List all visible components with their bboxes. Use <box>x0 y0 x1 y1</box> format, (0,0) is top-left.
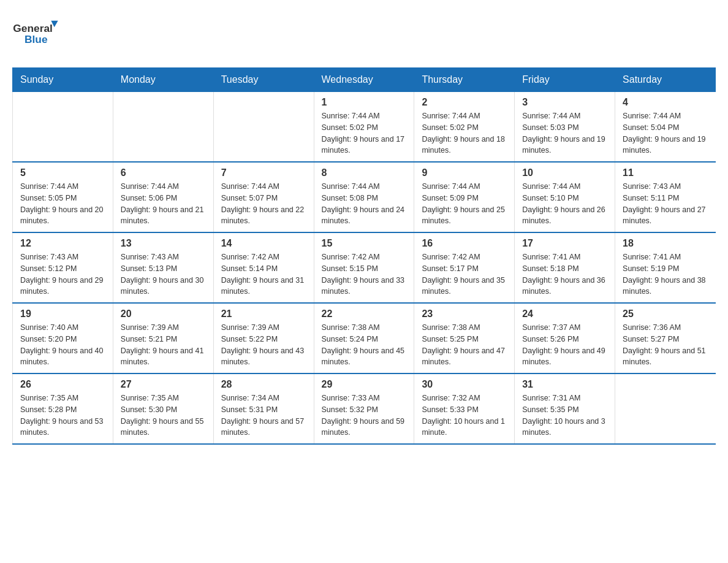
calendar-cell: 20Sunrise: 7:39 AMSunset: 5:21 PMDayligh… <box>113 303 213 373</box>
calendar-body: 1Sunrise: 7:44 AMSunset: 5:02 PMDaylight… <box>13 92 716 445</box>
calendar-week-row: 26Sunrise: 7:35 AMSunset: 5:28 PMDayligh… <box>13 373 716 444</box>
calendar-cell: 15Sunrise: 7:42 AMSunset: 5:15 PMDayligh… <box>314 232 414 303</box>
calendar-week-row: 1Sunrise: 7:44 AMSunset: 5:02 PMDaylight… <box>13 92 716 163</box>
day-info: Sunrise: 7:44 AMSunset: 5:02 PMDaylight:… <box>422 110 507 156</box>
day-info: Sunrise: 7:35 AMSunset: 5:30 PMDaylight:… <box>121 393 206 439</box>
day-info: Sunrise: 7:32 AMSunset: 5:33 PMDaylight:… <box>422 393 507 439</box>
calendar-cell: 7Sunrise: 7:44 AMSunset: 5:07 PMDaylight… <box>213 162 314 232</box>
calendar-cell: 9Sunrise: 7:44 AMSunset: 5:09 PMDaylight… <box>414 162 515 232</box>
day-number: 5 <box>20 167 105 178</box>
day-of-week-header: Friday <box>515 68 615 92</box>
calendar-cell: 29Sunrise: 7:33 AMSunset: 5:32 PMDayligh… <box>314 373 414 444</box>
day-info: Sunrise: 7:44 AMSunset: 5:02 PMDaylight:… <box>322 110 407 156</box>
calendar-cell <box>615 373 716 444</box>
day-info: Sunrise: 7:36 AMSunset: 5:27 PMDaylight:… <box>623 322 708 368</box>
calendar-cell: 23Sunrise: 7:38 AMSunset: 5:25 PMDayligh… <box>414 303 515 373</box>
day-info: Sunrise: 7:42 AMSunset: 5:17 PMDaylight:… <box>422 251 507 297</box>
logo: General Blue <box>12 12 61 55</box>
svg-text:Blue: Blue <box>25 33 48 45</box>
day-info: Sunrise: 7:44 AMSunset: 5:10 PMDaylight:… <box>522 181 607 227</box>
calendar-cell: 18Sunrise: 7:41 AMSunset: 5:19 PMDayligh… <box>615 232 716 303</box>
calendar-cell: 24Sunrise: 7:37 AMSunset: 5:26 PMDayligh… <box>515 303 615 373</box>
calendar-cell: 25Sunrise: 7:36 AMSunset: 5:27 PMDayligh… <box>615 303 716 373</box>
calendar-cell: 26Sunrise: 7:35 AMSunset: 5:28 PMDayligh… <box>13 373 113 444</box>
day-of-week-header: Thursday <box>414 68 515 92</box>
day-number: 18 <box>623 238 708 249</box>
day-number: 29 <box>322 379 407 390</box>
day-number: 22 <box>322 308 407 320</box>
day-info: Sunrise: 7:44 AMSunset: 5:09 PMDaylight:… <box>422 181 507 227</box>
day-number: 12 <box>20 238 105 249</box>
calendar-cell: 4Sunrise: 7:44 AMSunset: 5:04 PMDaylight… <box>615 92 716 163</box>
day-number: 21 <box>221 308 306 320</box>
day-info: Sunrise: 7:41 AMSunset: 5:18 PMDaylight:… <box>522 251 607 297</box>
calendar-cell: 22Sunrise: 7:38 AMSunset: 5:24 PMDayligh… <box>314 303 414 373</box>
day-info: Sunrise: 7:42 AMSunset: 5:14 PMDaylight:… <box>221 251 306 297</box>
day-number: 11 <box>623 167 708 178</box>
calendar-cell: 14Sunrise: 7:42 AMSunset: 5:14 PMDayligh… <box>213 232 314 303</box>
calendar-cell: 11Sunrise: 7:43 AMSunset: 5:11 PMDayligh… <box>615 162 716 232</box>
day-of-week-header: Wednesday <box>314 68 414 92</box>
calendar-cell <box>113 92 213 163</box>
day-info: Sunrise: 7:40 AMSunset: 5:20 PMDaylight:… <box>20 322 105 368</box>
day-of-week-header: Monday <box>113 68 213 92</box>
day-number: 1 <box>322 97 407 108</box>
day-number: 30 <box>422 379 507 390</box>
calendar-cell: 31Sunrise: 7:31 AMSunset: 5:35 PMDayligh… <box>515 373 615 444</box>
day-number: 14 <box>221 238 306 249</box>
day-info: Sunrise: 7:41 AMSunset: 5:19 PMDaylight:… <box>623 251 708 297</box>
day-of-week-header: Tuesday <box>213 68 314 92</box>
day-info: Sunrise: 7:37 AMSunset: 5:26 PMDaylight:… <box>522 322 607 368</box>
calendar-week-row: 5Sunrise: 7:44 AMSunset: 5:05 PMDaylight… <box>13 162 716 232</box>
day-info: Sunrise: 7:43 AMSunset: 5:11 PMDaylight:… <box>623 181 708 227</box>
day-info: Sunrise: 7:42 AMSunset: 5:15 PMDaylight:… <box>322 251 407 297</box>
day-info: Sunrise: 7:39 AMSunset: 5:22 PMDaylight:… <box>221 322 306 368</box>
day-number: 31 <box>522 379 607 390</box>
calendar-cell <box>13 92 113 163</box>
day-info: Sunrise: 7:43 AMSunset: 5:13 PMDaylight:… <box>121 251 206 297</box>
day-info: Sunrise: 7:39 AMSunset: 5:21 PMDaylight:… <box>121 322 206 368</box>
day-of-week-header: Sunday <box>13 68 113 92</box>
day-info: Sunrise: 7:38 AMSunset: 5:25 PMDaylight:… <box>422 322 507 368</box>
calendar-table: SundayMondayTuesdayWednesdayThursdayFrid… <box>12 67 716 445</box>
day-info: Sunrise: 7:31 AMSunset: 5:35 PMDaylight:… <box>522 393 607 439</box>
day-number: 13 <box>121 238 206 249</box>
day-number: 26 <box>20 379 105 390</box>
day-info: Sunrise: 7:44 AMSunset: 5:04 PMDaylight:… <box>623 110 708 156</box>
day-number: 6 <box>121 167 206 178</box>
day-number: 2 <box>422 97 507 108</box>
calendar-cell: 10Sunrise: 7:44 AMSunset: 5:10 PMDayligh… <box>515 162 615 232</box>
day-number: 17 <box>522 238 607 249</box>
calendar-cell: 8Sunrise: 7:44 AMSunset: 5:08 PMDaylight… <box>314 162 414 232</box>
day-number: 15 <box>322 238 407 249</box>
day-info: Sunrise: 7:35 AMSunset: 5:28 PMDaylight:… <box>20 393 105 439</box>
day-number: 10 <box>522 167 607 178</box>
day-info: Sunrise: 7:44 AMSunset: 5:03 PMDaylight:… <box>522 110 607 156</box>
calendar-week-row: 19Sunrise: 7:40 AMSunset: 5:20 PMDayligh… <box>13 303 716 373</box>
day-info: Sunrise: 7:44 AMSunset: 5:08 PMDaylight:… <box>322 181 407 227</box>
calendar-header: SundayMondayTuesdayWednesdayThursdayFrid… <box>13 68 716 92</box>
day-info: Sunrise: 7:44 AMSunset: 5:06 PMDaylight:… <box>121 181 206 227</box>
days-of-week-row: SundayMondayTuesdayWednesdayThursdayFrid… <box>13 68 716 92</box>
calendar-cell: 5Sunrise: 7:44 AMSunset: 5:05 PMDaylight… <box>13 162 113 232</box>
calendar-cell: 21Sunrise: 7:39 AMSunset: 5:22 PMDayligh… <box>213 303 314 373</box>
day-info: Sunrise: 7:44 AMSunset: 5:05 PMDaylight:… <box>20 181 105 227</box>
calendar-cell: 3Sunrise: 7:44 AMSunset: 5:03 PMDaylight… <box>515 92 615 163</box>
day-number: 19 <box>20 308 105 320</box>
day-number: 23 <box>422 308 507 320</box>
page-header: General Blue <box>12 12 716 55</box>
day-info: Sunrise: 7:33 AMSunset: 5:32 PMDaylight:… <box>322 393 407 439</box>
day-number: 28 <box>221 379 306 390</box>
calendar-cell: 16Sunrise: 7:42 AMSunset: 5:17 PMDayligh… <box>414 232 515 303</box>
logo-svg: General Blue <box>12 12 61 55</box>
day-info: Sunrise: 7:44 AMSunset: 5:07 PMDaylight:… <box>221 181 306 227</box>
day-info: Sunrise: 7:43 AMSunset: 5:12 PMDaylight:… <box>20 251 105 297</box>
calendar-cell: 2Sunrise: 7:44 AMSunset: 5:02 PMDaylight… <box>414 92 515 163</box>
day-number: 16 <box>422 238 507 249</box>
calendar-cell: 28Sunrise: 7:34 AMSunset: 5:31 PMDayligh… <box>213 373 314 444</box>
day-number: 8 <box>322 167 407 178</box>
calendar-cell: 27Sunrise: 7:35 AMSunset: 5:30 PMDayligh… <box>113 373 213 444</box>
day-number: 7 <box>221 167 306 178</box>
day-number: 20 <box>121 308 206 320</box>
calendar-cell: 19Sunrise: 7:40 AMSunset: 5:20 PMDayligh… <box>13 303 113 373</box>
